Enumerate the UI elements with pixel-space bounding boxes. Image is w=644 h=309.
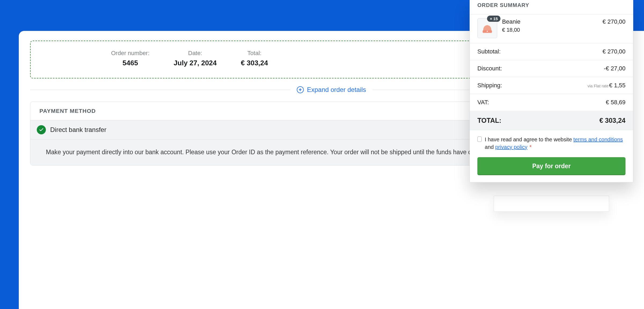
order-date-value: July 27, 2024 [174,59,217,67]
privacy-link[interactable]: privacy policy [495,144,528,150]
order-number-value: 5465 [111,59,149,67]
required-star: * [529,144,532,150]
shipping-value-wrap: via Flat rate€ 1,55 [587,82,625,89]
expand-label: Expand order details [307,86,366,94]
quantity-badge: × 15 [487,16,500,22]
shipping-label: Shipping: [477,82,502,89]
order-total-value: € 303,24 [241,59,268,67]
order-total-label: Total: [241,50,268,57]
item-meta: Beanie € 18,00 [502,18,598,33]
shipping-value: € 1,55 [609,82,625,89]
summary-row-subtotal: Subtotal: € 270,00 [470,43,633,60]
summary-row-discount: Discount: -€ 27,00 [470,60,633,77]
total-value: € 303,24 [599,117,625,124]
order-total-block: Total: € 303,24 [241,50,268,67]
terms-consent-row[interactable]: I have read and agree to the website ter… [477,136,625,151]
consent-block: I have read and agree to the website ter… [470,130,633,153]
summary-row-total: TOTAL: € 303,24 [470,111,633,130]
item-unit-price: € 18,00 [502,27,598,33]
order-number-label: Order number: [111,50,149,57]
total-label: TOTAL: [477,117,501,124]
summary-row-vat: VAT: € 58,69 [470,94,633,111]
order-number-block: Order number: 5465 [111,50,149,67]
subtotal-label: Subtotal: [477,48,501,55]
summary-line-item: × 15 Beanie € 18,00 € 270,00 [470,15,633,43]
shipping-note: via Flat rate [587,84,608,88]
payment-option-title: Direct bank transfer [50,126,106,134]
discount-label: Discount: [477,65,502,72]
order-summary-heading: ORDER SUMMARY [470,0,633,14]
vat-value: € 58,69 [606,99,625,106]
pay-for-order-button[interactable]: Pay for order [477,157,625,175]
order-date-label: Date: [174,50,217,57]
item-name: Beanie [502,18,598,25]
summary-row-shipping: Shipping: via Flat rate€ 1,55 [470,77,633,94]
svg-point-1 [487,31,488,32]
item-line-price: € 270,00 [602,18,625,25]
plus-circle-icon: + [297,86,304,93]
terms-link[interactable]: terms and conditions [573,136,623,142]
divider-left [30,90,290,90]
beanie-icon [481,22,493,34]
consent-text: I have read and agree to the website ter… [485,136,625,151]
vat-label: VAT: [477,99,489,106]
order-date-block: Date: July 27, 2024 [174,50,217,67]
order-summary-card: ORDER SUMMARY × 15 Beanie € 18,00 € 270,… [470,0,633,182]
check-circle-icon [37,125,46,134]
subtotal-value: € 270,00 [602,48,625,55]
expand-order-details-button[interactable]: + Expand order details [290,86,372,94]
discount-value: -€ 27,00 [604,65,625,72]
stacked-card-hint [494,196,609,212]
terms-checkbox[interactable] [477,136,482,142]
product-thumb-wrap: × 15 [477,18,497,38]
